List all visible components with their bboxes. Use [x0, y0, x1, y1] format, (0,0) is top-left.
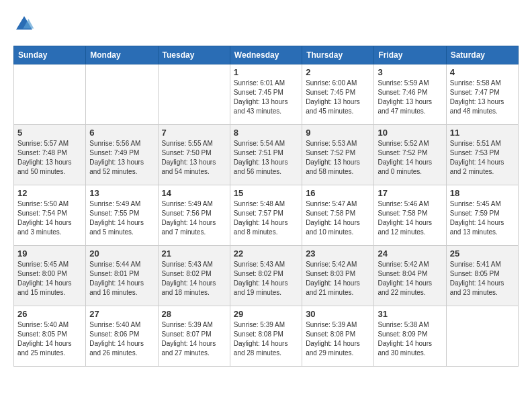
day-number: 6 — [89, 128, 154, 138]
day-info: Sunrise: 5:57 AM Sunset: 7:48 PM Dayligh… — [17, 139, 82, 177]
calendar-cell: 19Sunrise: 5:45 AM Sunset: 8:00 PM Dayli… — [14, 246, 86, 306]
day-info: Sunrise: 5:42 AM Sunset: 8:04 PM Dayligh… — [378, 260, 442, 298]
calendar-cell: 22Sunrise: 5:43 AM Sunset: 8:02 PM Dayli… — [230, 246, 302, 306]
calendar-cell: 10Sunrise: 5:52 AM Sunset: 7:52 PM Dayli… — [374, 125, 446, 185]
day-number: 8 — [234, 128, 298, 138]
day-number: 15 — [234, 188, 298, 198]
calendar-cell: 23Sunrise: 5:42 AM Sunset: 8:03 PM Dayli… — [302, 246, 374, 306]
calendar-cell: 21Sunrise: 5:43 AM Sunset: 8:02 PM Dayli… — [158, 246, 230, 306]
day-info: Sunrise: 5:46 AM Sunset: 7:58 PM Dayligh… — [378, 199, 442, 237]
calendar-cell — [158, 64, 230, 125]
day-number: 1 — [234, 67, 298, 77]
day-info: Sunrise: 5:38 AM Sunset: 8:09 PM Dayligh… — [378, 320, 442, 358]
day-info: Sunrise: 6:00 AM Sunset: 7:45 PM Dayligh… — [306, 79, 370, 116]
day-info: Sunrise: 5:56 AM Sunset: 7:49 PM Dayligh… — [89, 139, 154, 177]
day-number: 20 — [89, 248, 154, 259]
weekday-header: Tuesday — [158, 46, 230, 64]
calendar-cell — [446, 306, 518, 367]
day-info: Sunrise: 5:40 AM Sunset: 8:05 PM Dayligh… — [17, 320, 82, 358]
day-number: 25 — [450, 248, 515, 259]
day-number: 16 — [306, 188, 370, 198]
calendar-cell: 20Sunrise: 5:44 AM Sunset: 8:01 PM Dayli… — [86, 246, 158, 306]
calendar-cell: 28Sunrise: 5:39 AM Sunset: 8:07 PM Dayli… — [158, 306, 230, 367]
calendar-cell: 11Sunrise: 5:51 AM Sunset: 7:53 PM Dayli… — [446, 125, 518, 185]
calendar-header-row: SundayMondayTuesdayWednesdayThursdayFrid… — [14, 46, 519, 64]
day-info: Sunrise: 5:42 AM Sunset: 8:03 PM Dayligh… — [306, 260, 370, 298]
calendar-cell: 25Sunrise: 5:41 AM Sunset: 8:05 PM Dayli… — [446, 246, 518, 306]
day-number: 14 — [162, 188, 226, 198]
day-number: 4 — [450, 67, 515, 77]
calendar-cell: 6Sunrise: 5:56 AM Sunset: 7:49 PM Daylig… — [86, 125, 158, 185]
logo — [13, 13, 38, 35]
day-number: 11 — [450, 128, 515, 138]
day-number: 7 — [162, 128, 226, 138]
calendar-table: SundayMondayTuesdayWednesdayThursdayFrid… — [13, 46, 519, 367]
calendar-week-row: 5Sunrise: 5:57 AM Sunset: 7:48 PM Daylig… — [14, 125, 519, 185]
day-info: Sunrise: 5:50 AM Sunset: 7:54 PM Dayligh… — [17, 199, 82, 237]
day-info: Sunrise: 5:53 AM Sunset: 7:52 PM Dayligh… — [306, 139, 370, 177]
day-number: 31 — [378, 309, 442, 319]
day-info: Sunrise: 5:54 AM Sunset: 7:51 PM Dayligh… — [234, 139, 298, 177]
day-number: 19 — [17, 248, 82, 259]
calendar-cell — [14, 64, 86, 125]
day-number: 3 — [378, 67, 442, 77]
day-number: 13 — [89, 188, 154, 198]
weekday-header: Sunday — [14, 46, 86, 64]
calendar-cell: 3Sunrise: 5:59 AM Sunset: 7:46 PM Daylig… — [374, 64, 446, 125]
day-info: Sunrise: 5:44 AM Sunset: 8:01 PM Dayligh… — [89, 260, 154, 298]
calendar-week-row: 19Sunrise: 5:45 AM Sunset: 8:00 PM Dayli… — [14, 246, 519, 306]
day-number: 28 — [162, 309, 226, 319]
day-info: Sunrise: 5:47 AM Sunset: 7:58 PM Dayligh… — [306, 199, 370, 237]
day-number: 21 — [162, 248, 226, 259]
day-info: Sunrise: 5:52 AM Sunset: 7:52 PM Dayligh… — [378, 139, 442, 177]
day-info: Sunrise: 5:39 AM Sunset: 8:07 PM Dayligh… — [162, 320, 226, 358]
calendar-cell: 12Sunrise: 5:50 AM Sunset: 7:54 PM Dayli… — [14, 185, 86, 246]
calendar-cell: 31Sunrise: 5:38 AM Sunset: 8:09 PM Dayli… — [374, 306, 446, 367]
day-number: 9 — [306, 128, 370, 138]
calendar-cell: 5Sunrise: 5:57 AM Sunset: 7:48 PM Daylig… — [14, 125, 86, 185]
day-info: Sunrise: 5:39 AM Sunset: 8:08 PM Dayligh… — [234, 320, 298, 358]
calendar-week-row: 12Sunrise: 5:50 AM Sunset: 7:54 PM Dayli… — [14, 185, 519, 246]
day-info: Sunrise: 5:49 AM Sunset: 7:55 PM Dayligh… — [89, 199, 154, 237]
calendar-cell: 24Sunrise: 5:42 AM Sunset: 8:04 PM Dayli… — [374, 246, 446, 306]
day-number: 30 — [306, 309, 370, 319]
calendar-cell: 13Sunrise: 5:49 AM Sunset: 7:55 PM Dayli… — [86, 185, 158, 246]
day-info: Sunrise: 5:48 AM Sunset: 7:57 PM Dayligh… — [234, 199, 298, 237]
day-number: 27 — [89, 309, 154, 319]
logo-icon — [13, 13, 35, 35]
day-info: Sunrise: 5:58 AM Sunset: 7:47 PM Dayligh… — [450, 79, 515, 116]
weekday-header: Saturday — [446, 46, 518, 64]
day-info: Sunrise: 5:45 AM Sunset: 7:59 PM Dayligh… — [450, 199, 515, 237]
day-info: Sunrise: 5:41 AM Sunset: 8:05 PM Dayligh… — [450, 260, 515, 298]
calendar-cell: 26Sunrise: 5:40 AM Sunset: 8:05 PM Dayli… — [14, 306, 86, 367]
calendar-cell: 15Sunrise: 5:48 AM Sunset: 7:57 PM Dayli… — [230, 185, 302, 246]
calendar-cell: 9Sunrise: 5:53 AM Sunset: 7:52 PM Daylig… — [302, 125, 374, 185]
day-number: 18 — [450, 188, 515, 198]
calendar-cell: 14Sunrise: 5:49 AM Sunset: 7:56 PM Dayli… — [158, 185, 230, 246]
calendar-week-row: 1Sunrise: 6:01 AM Sunset: 7:45 PM Daylig… — [14, 64, 519, 125]
day-number: 22 — [234, 248, 298, 259]
calendar-cell: 30Sunrise: 5:39 AM Sunset: 8:08 PM Dayli… — [302, 306, 374, 367]
calendar-cell: 4Sunrise: 5:58 AM Sunset: 7:47 PM Daylig… — [446, 64, 518, 125]
day-info: Sunrise: 5:49 AM Sunset: 7:56 PM Dayligh… — [162, 199, 226, 237]
weekday-header: Thursday — [302, 46, 374, 64]
weekday-header: Friday — [374, 46, 446, 64]
weekday-header: Monday — [86, 46, 158, 64]
calendar-cell: 1Sunrise: 6:01 AM Sunset: 7:45 PM Daylig… — [230, 64, 302, 125]
day-info: Sunrise: 5:40 AM Sunset: 8:06 PM Dayligh… — [89, 320, 154, 358]
day-number: 5 — [17, 128, 82, 138]
day-number: 29 — [234, 309, 298, 319]
calendar-cell — [86, 64, 158, 125]
day-number: 10 — [378, 128, 442, 138]
calendar-cell: 16Sunrise: 5:47 AM Sunset: 7:58 PM Dayli… — [302, 185, 374, 246]
day-info: Sunrise: 5:43 AM Sunset: 8:02 PM Dayligh… — [162, 260, 226, 298]
calendar-cell: 7Sunrise: 5:55 AM Sunset: 7:50 PM Daylig… — [158, 125, 230, 185]
calendar-cell: 8Sunrise: 5:54 AM Sunset: 7:51 PM Daylig… — [230, 125, 302, 185]
day-number: 23 — [306, 248, 370, 259]
calendar-cell: 17Sunrise: 5:46 AM Sunset: 7:58 PM Dayli… — [374, 185, 446, 246]
day-number: 24 — [378, 248, 442, 259]
page-header — [13, 13, 519, 35]
day-number: 12 — [17, 188, 82, 198]
day-number: 2 — [306, 67, 370, 77]
day-info: Sunrise: 5:45 AM Sunset: 8:00 PM Dayligh… — [17, 260, 82, 298]
